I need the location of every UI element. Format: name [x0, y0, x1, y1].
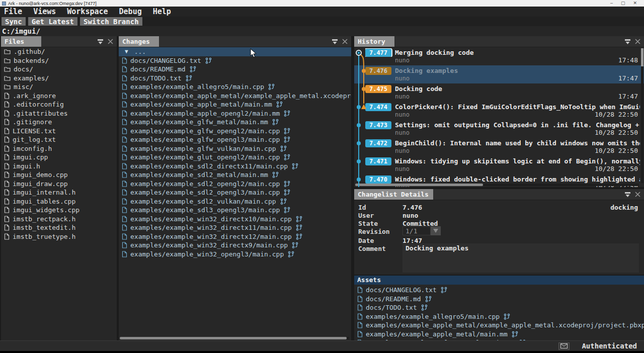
- menu-help[interactable]: Help: [153, 7, 171, 16]
- list-item[interactable]: examples/example_allegro5/main.cpp: [119, 82, 351, 92]
- list-item[interactable]: .editorconfig: [1, 100, 117, 109]
- history-vscrollbar[interactable]: [641, 48, 643, 183]
- comment-field[interactable]: Docking examples: [403, 243, 639, 273]
- list-item[interactable]: .gitattributes: [1, 109, 117, 118]
- history-entry[interactable]: 7.472 BeginChild(): Internal name used b…: [354, 138, 644, 156]
- maximize-button[interactable]: ▢: [621, 0, 625, 7]
- list-item[interactable]: imstb_textedit.h: [1, 223, 117, 232]
- list-item[interactable]: docs/README.md: [354, 295, 644, 304]
- revision-dropdown-button[interactable]: [431, 226, 441, 235]
- list-item[interactable]: examples/example_sdl2_opengl3/main.cpp: [119, 188, 351, 197]
- list-item[interactable]: .github/: [1, 47, 117, 56]
- list-item[interactable]: examples/example_allegro5/main.cpp: [354, 312, 644, 321]
- list-item[interactable]: examples/example_win32_directx12/main.cp…: [119, 232, 351, 241]
- changes-hscrollbar[interactable]: [120, 337, 349, 339]
- list-item[interactable]: examples/: [1, 74, 117, 83]
- history-entry[interactable]: 7.475 Docking code nuno 17:47: [354, 83, 644, 102]
- list-item[interactable]: examples/example_glfw_opengl2/main.cpp: [119, 127, 351, 136]
- list-item[interactable]: imgui_draw.cpp: [1, 180, 117, 189]
- changelist-details-tab[interactable]: Changelist Details: [354, 189, 433, 200]
- list-item[interactable]: docs/: [1, 65, 117, 74]
- list-item[interactable]: examples/example_apple_metal/main.mm: [119, 100, 351, 109]
- menu-workspace[interactable]: Workspace: [67, 7, 108, 16]
- history-hscrollbar[interactable]: [355, 184, 639, 186]
- filter-icon[interactable]: [624, 192, 631, 198]
- sync-button[interactable]: Sync: [2, 17, 26, 26]
- list-item[interactable]: docs/TODO.txt: [119, 74, 351, 83]
- menu-views[interactable]: Views: [33, 7, 56, 16]
- changes-tab[interactable]: Changes: [119, 36, 159, 47]
- list-item[interactable]: examples/example_win32_directx11/main.cp…: [119, 223, 351, 232]
- list-item[interactable]: examples/example_sdl2_directx11/main.cpp: [119, 162, 351, 171]
- list-item[interactable]: imconfig.h: [1, 144, 117, 153]
- list-item[interactable]: examples/example_win32_opengl3/main.cpp: [119, 250, 351, 259]
- list-item[interactable]: docs/CHANGELOG.txt: [119, 56, 351, 65]
- list-item[interactable]: examples/example_glut_opengl2/main.cpp: [119, 153, 351, 162]
- list-item[interactable]: backends/: [1, 56, 117, 65]
- branch-icon: [296, 224, 302, 231]
- list-item[interactable]: imstb_truetype.h: [1, 232, 117, 241]
- list-item[interactable]: examples/example_win32_directx9/main.cpp: [119, 241, 351, 250]
- list-item[interactable]: examples/example_sdl2_metal/main.mm: [119, 170, 351, 180]
- user-value: nuno: [403, 212, 418, 219]
- history-entry[interactable]: 7.477 Merging docking code nuno 17:48: [354, 47, 644, 65]
- file-icon: [4, 171, 10, 178]
- list-item[interactable]: imgui_internal.h: [1, 188, 117, 197]
- changeset-time: 10/28 22:50: [595, 111, 638, 118]
- menu-file[interactable]: File: [4, 7, 22, 16]
- chevron-down-icon[interactable]: ▼: [125, 48, 128, 55]
- branch-icon: [421, 304, 428, 311]
- branch-icon: [272, 171, 279, 178]
- list-item[interactable]: imgui.cpp: [1, 153, 117, 162]
- list-item[interactable]: imgui_widgets.cpp: [1, 206, 117, 215]
- close-button[interactable]: ✕: [633, 0, 637, 7]
- list-item[interactable]: imgui_tables.cpp: [1, 197, 117, 206]
- list-item[interactable]: docs/README.md: [119, 65, 351, 74]
- close-panel-icon[interactable]: [635, 39, 640, 44]
- list-item[interactable]: git_log.txt: [1, 135, 117, 144]
- list-item[interactable]: imgui_demo.cpp: [1, 170, 117, 180]
- list-item[interactable]: examples/example_apple_metal/example_app…: [119, 92, 351, 101]
- list-item[interactable]: examples/example_win32_directx10/main.cp…: [119, 215, 351, 224]
- list-item[interactable]: examples/example_apple_metal/main.mm: [354, 330, 644, 339]
- close-panel-icon[interactable]: [635, 192, 640, 197]
- mail-icon[interactable]: [558, 342, 570, 350]
- file-name: docs/TODO.txt: [366, 304, 417, 311]
- minimize-button[interactable]: –: [610, 0, 613, 7]
- close-panel-icon[interactable]: [108, 39, 113, 44]
- history-tab[interactable]: History: [354, 36, 394, 47]
- close-panel-icon[interactable]: [342, 39, 348, 44]
- list-item[interactable]: misc/: [1, 82, 117, 92]
- list-item[interactable]: imgui.h: [1, 162, 117, 171]
- list-item[interactable]: examples/example_glfw_metal/main.mm: [119, 118, 351, 127]
- list-item[interactable]: imstb_rectpack.h: [1, 215, 117, 224]
- list-item[interactable]: examples/example_apple_metal/example_app…: [354, 321, 644, 330]
- list-item[interactable]: examples/example_glfw_vulkan/main.cpp: [119, 144, 351, 153]
- history-entry[interactable]: 7.473 Settings: omit outputing Collapsed…: [354, 120, 644, 138]
- list-item[interactable]: examples/example_sdl3_opengl3/main.cpp: [119, 206, 351, 215]
- file-icon: [4, 198, 10, 205]
- history-entry[interactable]: 7.476 Docking examples nuno 17:47: [354, 65, 644, 83]
- switch-branch-button[interactable]: Switch Branch: [80, 17, 142, 26]
- menu-debug[interactable]: Debug: [119, 7, 142, 16]
- filter-icon[interactable]: [97, 39, 104, 45]
- get-latest-button[interactable]: Get Latest: [28, 17, 77, 26]
- files-tab[interactable]: Files: [1, 36, 41, 47]
- list-item[interactable]: examples/example_sdl2_vulkan/main.cpp: [119, 197, 351, 206]
- file-icon: [4, 93, 10, 99]
- history-entry[interactable]: 7.471 Windows: tidying up skipitems logi…: [354, 156, 644, 174]
- filter-icon[interactable]: [332, 39, 338, 45]
- list-item[interactable]: .ark_ignore: [1, 92, 117, 101]
- list-item[interactable]: docs/CHANGELOG.txt: [354, 286, 644, 295]
- list-item[interactable]: docs/TODO.txt: [354, 303, 644, 312]
- list-item[interactable]: LICENSE.txt: [1, 127, 117, 136]
- history-entry[interactable]: 7.474 ColorPicker4(): Fixed ImGuiColorEd…: [354, 102, 644, 120]
- list-item[interactable]: .gitignore: [1, 118, 117, 127]
- workspace-path[interactable]: C:/imgui/: [2, 27, 40, 35]
- list-item[interactable]: examples/example_apple_opengl2/main.mm: [119, 109, 351, 118]
- changes-group-row[interactable]: ▼ ...: [119, 47, 351, 56]
- list-item[interactable]: examples/example_sdl2_opengl2/main.cpp: [119, 180, 351, 189]
- revision-value[interactable]: 1/1: [403, 226, 431, 235]
- filter-icon[interactable]: [624, 39, 631, 45]
- list-item[interactable]: examples/example_glfw_opengl3/main.cpp: [119, 135, 351, 144]
